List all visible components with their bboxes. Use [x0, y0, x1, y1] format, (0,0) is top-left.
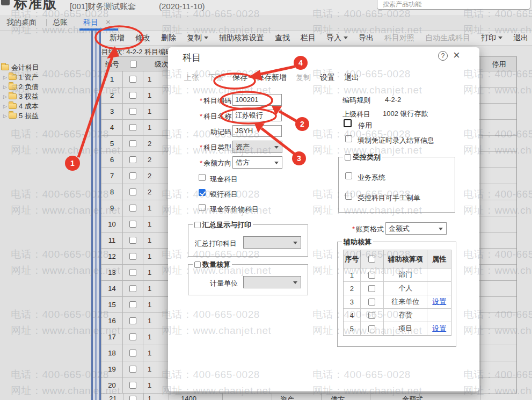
close-icon[interactable]: × — [453, 48, 460, 62]
code-input[interactable]: 100201 — [232, 94, 282, 106]
summary-print-group: 汇总显示与打印 汇总打印科目 — [188, 224, 308, 257]
aux-row-checkbox[interactable] — [368, 299, 375, 306]
search-input[interactable]: 搜索产品功能 — [377, 0, 530, 10]
expand-arrow-icon[interactable]: ▷ — [3, 104, 9, 109]
unit-field-label: 计量单位 — [210, 279, 238, 288]
row-checkbox-cell — [123, 152, 143, 168]
aux-row-attr: 设置 — [427, 295, 451, 309]
tab-1[interactable]: 我的桌面 — [6, 18, 37, 27]
row-checkbox[interactable] — [129, 317, 136, 324]
direction-select[interactable]: 借方 — [232, 156, 282, 169]
quantity-checkbox[interactable] — [194, 261, 201, 268]
controlled-type-checkbox[interactable] — [345, 154, 351, 161]
row-checkbox[interactable] — [129, 156, 136, 163]
summary-print-field-label: 汇总打印科目 — [195, 239, 237, 249]
chevron-down-icon — [274, 162, 279, 164]
row-checkbox[interactable] — [129, 124, 136, 131]
controlled-item-checkbox-2[interactable] — [345, 193, 352, 200]
toolbar-button-4[interactable]: 复制 — [187, 33, 208, 43]
page-format-select[interactable]: 金额式 — [385, 222, 447, 235]
toolbar-button-1[interactable]: 新增 — [110, 33, 125, 43]
expand-arrow-icon[interactable]: ▷ — [3, 75, 9, 80]
row-checkbox[interactable] — [129, 237, 136, 244]
toolbar-button-6[interactable]: 查找 — [275, 33, 290, 43]
row-checkbox[interactable] — [129, 382, 136, 389]
mnemonic-input[interactable]: JSYH — [232, 125, 282, 137]
row-checkbox[interactable] — [129, 301, 136, 308]
tab-2[interactable]: 总账 — [53, 18, 68, 27]
row-checkbox[interactable] — [129, 269, 136, 276]
row-stop-cell — [480, 104, 518, 119]
controlled-item-label-1: 业务系统 — [358, 173, 385, 183]
row-checkbox[interactable] — [129, 108, 136, 115]
toolbar-button-5[interactable]: 辅助核算设置 — [219, 33, 264, 43]
tab-3[interactable]: 科目 — [83, 18, 98, 27]
tree-item-1[interactable]: ▷1 资产 — [3, 72, 39, 82]
stop-use-checkbox[interactable] — [344, 119, 352, 127]
aux-row-checkbox[interactable] — [368, 272, 375, 279]
row-number: 6 — [101, 152, 123, 168]
direction-label: *余额方向 — [168, 158, 231, 168]
row-number: 19 — [101, 361, 123, 377]
name-label: *科目名称 — [168, 112, 231, 121]
row-checkbox[interactable] — [129, 285, 136, 292]
row-stop-cell — [480, 281, 518, 296]
select-all-checkbox[interactable] — [130, 61, 137, 68]
row-direction: 借方 — [331, 395, 345, 400]
settlement-checkbox[interactable] — [345, 135, 352, 142]
row-checkbox[interactable] — [129, 221, 136, 228]
summary-print-checkbox[interactable] — [194, 222, 201, 228]
row-checkbox[interactable] — [129, 172, 136, 179]
row-number: 5 — [101, 136, 123, 151]
row-checkbox[interactable] — [129, 350, 136, 357]
chevron-down-icon — [293, 242, 297, 244]
aux-row: 5项目设置 — [344, 322, 451, 336]
row-number: 21 — [109, 395, 116, 400]
toolbar-button-3[interactable]: 删除 — [161, 33, 176, 43]
aux-settings-link[interactable]: 设置 — [432, 324, 446, 333]
toolbar-button-9[interactable]: 导出 — [359, 33, 374, 43]
row-checkbox[interactable] — [129, 333, 136, 340]
row-checkbox[interactable] — [129, 366, 136, 373]
toolbar-button-2[interactable]: 修改 — [135, 33, 150, 43]
row-checkbox-cell — [123, 120, 143, 135]
tab-close-icon[interactable]: × — [106, 17, 111, 26]
aux-select-all-checkbox[interactable] — [368, 256, 375, 263]
toolbar-button-12[interactable]: 打印 — [481, 33, 502, 43]
flag-checkbox-3[interactable] — [199, 204, 206, 211]
expand-arrow-icon[interactable]: ▷ — [3, 94, 9, 99]
dialog-menu: 上张下张保存保存新增复制设置退出 — [184, 73, 359, 83]
dialog-menu-7[interactable]: 退出 — [344, 73, 359, 83]
controlled-item-checkbox-1[interactable] — [345, 172, 352, 179]
row-checkbox[interactable] — [129, 140, 136, 147]
row-checkbox[interactable] — [129, 76, 136, 83]
tree-item-4[interactable]: ▷4 成本 — [3, 101, 39, 111]
row-checkbox[interactable] — [129, 396, 136, 400]
aux-row-checkbox[interactable] — [368, 325, 375, 332]
dialog-menu-3[interactable]: 保存 — [232, 73, 247, 83]
row-checkbox[interactable] — [129, 188, 136, 195]
dialog-menu-6[interactable]: 设置 — [320, 73, 335, 83]
row-checkbox[interactable] — [129, 92, 136, 99]
expand-arrow-icon[interactable]: ▷ — [3, 113, 9, 119]
tree-item-2[interactable]: ▷2 负债 — [3, 82, 39, 92]
row-checkbox[interactable] — [129, 205, 136, 212]
toolbar-button-13[interactable]: 退出 — [513, 33, 528, 43]
flag-checkbox-2[interactable] — [199, 189, 206, 196]
toolbar-button-7[interactable]: 栏目 — [301, 33, 316, 43]
tree-root[interactable]: 会计科目 — [1, 63, 39, 72]
aux-row-checkbox[interactable] — [368, 312, 375, 319]
row-number: 4 — [101, 120, 123, 135]
aux-settings-link[interactable]: 设置 — [432, 297, 446, 307]
expand-arrow-icon[interactable]: ▷ — [3, 84, 9, 90]
tree-item-5[interactable]: ▷5 损益 — [3, 111, 39, 121]
name-input[interactable]: 江苏银行 — [232, 110, 282, 121]
dialog-menu-4[interactable]: 保存新增 — [257, 73, 287, 83]
help-icon[interactable]: ? — [438, 51, 448, 61]
aux-row-checkbox[interactable] — [368, 285, 375, 292]
tree-item-3[interactable]: ▷3 权益 — [3, 92, 39, 101]
flag-checkbox-1[interactable] — [199, 174, 206, 181]
row-checkbox[interactable] — [129, 253, 136, 260]
toolbar-button-8[interactable]: 导入 — [326, 33, 348, 43]
panel-splitter[interactable] — [91, 31, 101, 400]
